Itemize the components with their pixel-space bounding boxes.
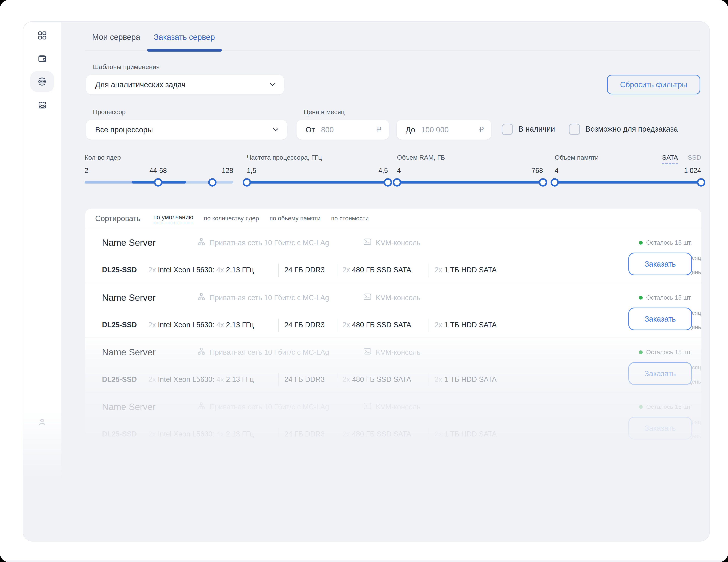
processor-dropdown-value: Все процессоры	[95, 125, 153, 134]
spec-divider	[278, 373, 279, 386]
ruble-icon: ₽	[377, 125, 381, 134]
price-to-value: 100 000	[421, 125, 479, 134]
sort-option-default[interactable]: по умолчанию	[153, 214, 193, 223]
sidebar-item-dashboard[interactable]	[30, 25, 54, 46]
server-list: Сортировать по умолчанию по количеству я…	[85, 209, 701, 459]
sidebar-item-storage[interactable]	[30, 94, 54, 115]
slider-thumb[interactable]	[243, 178, 251, 186]
server-ssd: 2x 480 ГБ SSD SATA	[342, 375, 411, 384]
in-stock-checkbox[interactable]	[502, 124, 513, 135]
network-icon	[197, 347, 210, 358]
cores-selected-range: 44-68	[149, 167, 167, 175]
server-network: Приватная сеть 10 Гбит/с с MC-LAg	[197, 347, 329, 358]
storage-slider-label: Объем памяти	[555, 154, 599, 164]
server-network: Приватная сеть 10 Гбит/с с MC-LAg	[197, 237, 329, 248]
spec-divider	[337, 319, 337, 332]
storage-stack-icon	[37, 100, 47, 110]
price-from-input[interactable]: От 800 ₽	[297, 120, 389, 140]
sidebar-item-servers[interactable]	[30, 71, 54, 92]
slider-track[interactable]	[247, 181, 388, 184]
screen: Мои сервера Заказать сервер Шаблоны прим…	[0, 0, 728, 562]
server-hdd: 2x 1 ТБ HDD SATA	[435, 430, 497, 438]
server-row: Name Server Приватная сеть 10 Гбит/с с M…	[85, 392, 701, 447]
frequency-min: 1,5	[247, 167, 256, 175]
server-console: KVM-консоль	[363, 292, 420, 303]
frequency-slider-label: Частота процессора, ГГц	[247, 154, 322, 162]
sidebar-item-billing[interactable]	[30, 48, 54, 69]
slider-thumb[interactable]	[697, 178, 705, 186]
storage-min: 4	[555, 167, 559, 175]
spec-divider	[337, 373, 337, 386]
servers-icon	[37, 76, 47, 87]
reset-filters-button[interactable]: Сбросить фильтры	[607, 75, 700, 94]
template-dropdown-value: Для аналитических задач	[95, 80, 185, 89]
tab-order-server[interactable]: Заказать сервер	[147, 33, 222, 50]
sort-option-price[interactable]: по стоимости	[331, 215, 369, 222]
ram-min: 4	[397, 167, 401, 175]
template-dropdown[interactable]: Для аналитических задач	[86, 75, 284, 94]
terminal-icon	[363, 401, 376, 412]
sort-option-cores[interactable]: по количеству ядер	[204, 215, 259, 222]
tab-my-servers[interactable]: Мои сервера	[85, 33, 147, 50]
ram-slider[interactable]: Объем RAM, ГБ 4 768	[397, 154, 543, 192]
server-ssd: 2x 480 ГБ SSD SATA	[342, 266, 411, 274]
main-content: Мои сервера Заказать сервер Шаблоны прим…	[61, 22, 709, 541]
network-icon	[197, 237, 210, 248]
stock-dot-icon	[639, 241, 643, 245]
network-icon	[197, 401, 210, 412]
slider-track[interactable]	[397, 181, 543, 184]
tabs: Мои сервера Заказать сервер	[85, 22, 700, 51]
terminal-icon	[363, 292, 376, 303]
storage-slider[interactable]: Объем памяти SATA SSD 4 1 024	[555, 154, 701, 192]
slider-track[interactable]	[85, 181, 233, 184]
frequency-max: 4,5	[378, 167, 388, 175]
server-name: Name Server	[102, 292, 156, 303]
price-to-input[interactable]: До 100 000 ₽	[397, 120, 491, 140]
spec-divider	[278, 428, 279, 441]
slider-thumb[interactable]	[551, 178, 559, 186]
server-ssd: 2x 480 ГБ SSD SATA	[342, 430, 411, 438]
sort-bar: Сортировать по умолчанию по количеству я…	[85, 209, 701, 228]
order-button[interactable]: Заказать	[628, 253, 692, 275]
frequency-slider[interactable]: Частота процессора, ГГц 1,5 4,5	[247, 154, 388, 192]
server-model: DL25-SSD	[102, 266, 137, 274]
server-cpu: 2x Intel Xeon L5630: 4x 2.13 ГГц	[148, 375, 254, 384]
slider-track[interactable]	[555, 181, 701, 184]
preorder-checkbox[interactable]	[569, 124, 580, 135]
stock-badge: Осталось 15 шт.	[639, 239, 692, 246]
slider-thumb[interactable]	[154, 178, 162, 186]
slider-thumb[interactable]	[539, 178, 547, 186]
cores-slider[interactable]: Кол-во ядер 2 44-68 128	[85, 154, 233, 192]
storage-max: 1 024	[684, 167, 701, 175]
stock-badge: Осталось 15 шт.	[639, 294, 692, 301]
sort-option-memory[interactable]: по обьему памяти	[270, 215, 321, 222]
spec-divider	[428, 373, 428, 386]
chevron-down-icon	[270, 81, 276, 88]
order-button[interactable]: Заказать	[628, 308, 692, 330]
server-model: DL25-SSD	[102, 375, 137, 384]
storage-type-ssd[interactable]: SSD	[688, 154, 701, 164]
stock-badge: Осталось 15 шт.	[639, 349, 692, 356]
server-name: Name Server	[102, 237, 156, 248]
order-button[interactable]: Заказать	[628, 417, 692, 440]
server-console: KVM-консоль	[363, 237, 420, 248]
server-console: KVM-консоль	[363, 401, 420, 412]
app-window: Мои сервера Заказать сервер Шаблоны прим…	[23, 21, 710, 542]
processor-filter-label: Процессор	[93, 108, 126, 116]
cores-max: 128	[222, 167, 233, 175]
sidebar-item-profile[interactable]	[30, 411, 54, 432]
server-name: Name Server	[102, 347, 156, 358]
storage-type-sata[interactable]: SATA	[662, 154, 678, 164]
price-from-prefix: От	[306, 125, 315, 134]
spec-divider	[278, 319, 279, 332]
terminal-icon	[363, 347, 376, 358]
slider-thumb[interactable]	[208, 178, 217, 186]
slider-thumb[interactable]	[384, 178, 392, 186]
order-button[interactable]: Заказать	[628, 362, 692, 385]
stock-dot-icon	[639, 296, 643, 300]
slider-thumb[interactable]	[393, 178, 401, 186]
spec-divider	[428, 319, 428, 332]
spec-divider	[428, 428, 428, 441]
server-ssd: 2x 480 ГБ SSD SATA	[342, 321, 411, 329]
processor-dropdown[interactable]: Все процессоры	[86, 120, 287, 140]
